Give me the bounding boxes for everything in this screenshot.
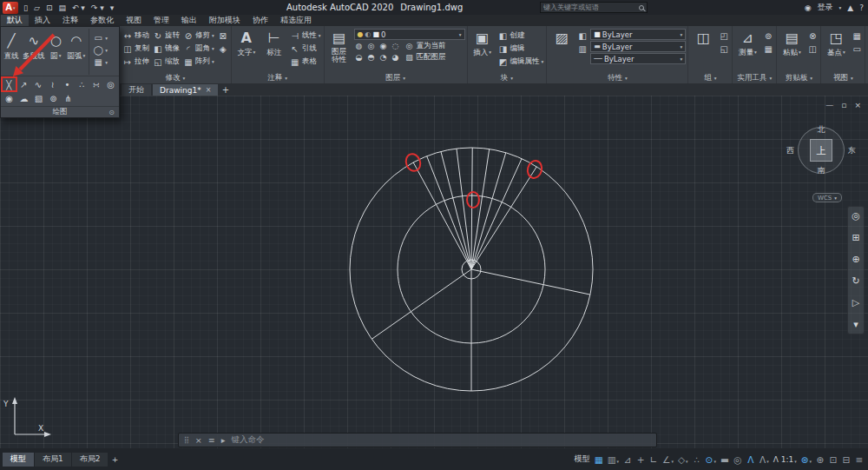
layer-properties-button[interactable]: ▤ 图层特性 (326, 27, 352, 73)
app-menu-button[interactable]: A ▾ (3, 2, 18, 14)
spline-cv-tool-button[interactable]: ≀ (46, 78, 59, 90)
polar-tracking-toggle[interactable]: ∠▾ (661, 452, 675, 467)
grid-toggle[interactable]: ▦ (593, 452, 605, 467)
ribbon-tab-home[interactable]: 默认 (1, 15, 29, 26)
rotate-tool-button[interactable]: ↻旋转 (152, 30, 181, 42)
layer-unisolate-tool[interactable]: ◓ (366, 53, 377, 62)
text-tool-button[interactable]: A 文字▾ (233, 27, 260, 73)
layer-off-tool[interactable]: ◍ (354, 42, 365, 50)
workspace-switching-button[interactable]: ⊛▾ (799, 452, 813, 467)
helix-tool-button[interactable]: ⊚ (47, 92, 60, 104)
selection-cycling-toggle[interactable]: ◎ (732, 452, 744, 467)
utilities-panel-label[interactable]: 实用工具▾ (734, 73, 774, 83)
customization-menu-button[interactable]: ≡ (853, 452, 865, 467)
viewcube-west-label[interactable]: 西 (786, 145, 794, 156)
object-snap-toggle[interactable]: ⊙▾ (704, 452, 718, 467)
polyline-tool-button[interactable]: ∿ 多段线 (21, 29, 47, 75)
object-color-dropdown[interactable]: ■ByLayer▾ (590, 29, 686, 40)
close-icon[interactable]: × (206, 86, 212, 94)
ribbon-tab-output[interactable]: 输出 (175, 15, 203, 26)
ortho-toggle[interactable]: ∟ (648, 452, 660, 467)
layer-on-all-tool[interactable]: ◒ (354, 53, 365, 62)
view-panel-label[interactable]: 视图▾ (823, 73, 863, 83)
group-button[interactable]: ◫ (690, 27, 716, 73)
new-file-button[interactable]: ▯ (23, 3, 28, 12)
transparency-button[interactable]: ▥ (576, 43, 589, 55)
dimension-tool-button[interactable]: ⊢ 标注 (261, 27, 287, 73)
groups-panel-label[interactable]: 组▾ (690, 73, 730, 83)
quick-access-options-button[interactable]: ▾ (110, 3, 115, 12)
explode-tool-button[interactable]: ◈ (217, 43, 229, 55)
annotation-panel-label[interactable]: 注释▾ (233, 73, 322, 83)
donut-tool-button[interactable]: ◉ (3, 92, 16, 104)
ribbon-tab-insert[interactable]: 插入 (29, 15, 56, 26)
quick-select-button[interactable]: ⊚ (762, 30, 774, 42)
revision-cloud-tool-button[interactable]: ☁ (17, 92, 30, 104)
close-doc-button[interactable]: × (854, 101, 861, 109)
linetype-dropdown[interactable]: ──ByLayer▾ (590, 53, 686, 64)
autodesk-a360-icon[interactable]: ▲ (847, 3, 853, 12)
hatch-tool-button[interactable]: ▦▾ (92, 56, 108, 68)
insert-block-button[interactable]: ▣ 插入▾ (470, 27, 496, 73)
viewcube-south-label[interactable]: 南 (818, 165, 825, 176)
graphics-performance-toggle[interactable]: ⊟ (840, 452, 852, 467)
fillet-tool-button[interactable]: ◜圆角▾ (182, 43, 215, 55)
restore-doc-button[interactable]: ▫ (841, 101, 846, 109)
draw-panel-label[interactable]: 绘图 ⊙ (1, 106, 119, 117)
measure-divide-tool-button[interactable]: ∺ (90, 78, 103, 90)
layout1-tab[interactable]: 布局1 (35, 453, 71, 467)
group-edit-button[interactable]: ◱ (718, 43, 730, 55)
command-input[interactable]: 键入命令 (232, 434, 265, 446)
annotation-monitor-toggle[interactable]: ⊕ (814, 452, 826, 467)
file-tab-start[interactable]: 开始 (122, 84, 151, 96)
move-tool-button[interactable]: ↔移动 (122, 30, 150, 42)
spline-fit-tool-button[interactable]: ∿ (32, 78, 45, 90)
orbit-button[interactable]: ↻ (852, 275, 859, 287)
search-input[interactable] (543, 3, 636, 11)
edit-attributes-button[interactable]: ◩编辑属性▾ (497, 56, 545, 68)
layer-lock-tool[interactable]: ◌ (391, 42, 401, 50)
snap-toggle[interactable]: ▥▾ (606, 452, 621, 467)
chevron-down-icon[interactable]: ▾ (839, 5, 842, 10)
save-file-button[interactable]: ⊡ (46, 3, 53, 12)
copy-tool-button[interactable]: ◫复制 (122, 43, 150, 55)
viewcube-east-label[interactable]: 东 (848, 145, 856, 156)
match-layer-button[interactable]: ▨匹配图层 (404, 52, 446, 63)
mirror-tool-button[interactable]: ◧镜像 (152, 43, 181, 55)
search-icon[interactable] (639, 5, 644, 10)
layer-thaw-tool[interactable]: ◔ (378, 53, 389, 62)
lineweight-toggle[interactable]: ▬ (719, 452, 731, 467)
create-block-button[interactable]: ◧创建 (497, 30, 545, 42)
multiple-points-tool-button[interactable]: • (61, 78, 74, 90)
sign-in-button[interactable]: 登录 (818, 2, 833, 13)
ribbon-tab-addins[interactable]: 附加模块 (203, 15, 247, 26)
arc-tool-button[interactable]: ◠ 圆弧▾ (66, 29, 88, 75)
layers-panel-label[interactable]: 图层▾ (326, 73, 465, 83)
ribbon-tab-collaborate[interactable]: 协作 (247, 15, 274, 26)
new-layout-button[interactable]: + (108, 455, 121, 464)
wipeout-tool-button[interactable]: ▧ (32, 92, 45, 104)
drag-grip-icon[interactable]: ⣿ (184, 436, 189, 444)
ribbon-tab-parametric[interactable]: 参数化 (84, 15, 120, 26)
new-drawing-button[interactable]: + (220, 84, 231, 96)
clipboard-panel-label[interactable]: 剪贴板▾ (779, 73, 819, 83)
trim-tool-button[interactable]: ⊘修剪▾ (182, 30, 215, 42)
region-tool-button[interactable]: ◎ (104, 78, 117, 90)
infer-constraints-toggle[interactable]: ⊿ (621, 452, 634, 467)
ellipse-tool-button[interactable]: ◯▾ (92, 44, 108, 56)
viewcube-north-label[interactable]: 北 (818, 124, 825, 136)
plot-button[interactable]: ▤ (58, 3, 66, 12)
help-icon[interactable]: ? (859, 3, 864, 12)
stretch-tool-button[interactable]: ↦拉伸 (122, 56, 150, 68)
named-views-button[interactable]: ▭ (851, 43, 863, 55)
ribbon-tab-view[interactable]: 视图 (120, 15, 148, 26)
pin-icon[interactable]: ⊙ (108, 109, 115, 116)
base-view-button[interactable]: ◳ 基点▾ (823, 27, 849, 73)
customize-command-line-icon[interactable]: ≡ (208, 435, 215, 445)
divide-tool-button[interactable]: ∴ (76, 78, 89, 90)
line-tool-button[interactable]: ╱ 直线 (2, 29, 21, 75)
search-box[interactable] (540, 2, 648, 13)
isodraft-toggle[interactable]: ◇▾ (676, 452, 690, 467)
lineweight-dropdown[interactable]: ▬ByLayer▾ (590, 41, 686, 52)
viewport-config-button[interactable]: ▦ (851, 30, 863, 42)
